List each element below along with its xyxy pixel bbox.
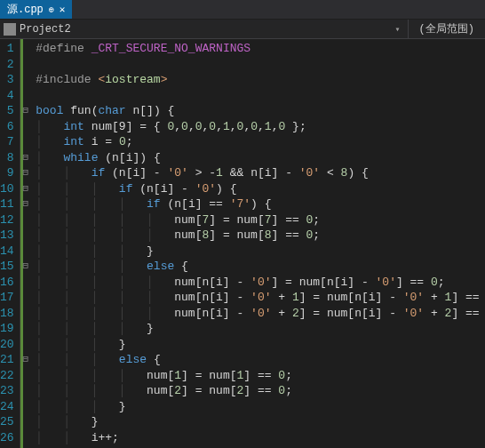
fold-margin-empty bbox=[23, 57, 29, 73]
code-area[interactable]: #define _CRT_SECURE_NO_WARNINGS#include … bbox=[28, 39, 485, 448]
fold-toggle-icon[interactable]: ⊟ bbox=[23, 181, 29, 197]
fold-margin-empty bbox=[23, 290, 29, 306]
fold-margin-empty bbox=[23, 212, 29, 228]
pin-icon[interactable]: ⊕ bbox=[49, 4, 54, 15]
code-line[interactable]: │ │ │ │ │ num[n[i] - '0' + 2] = num[n[i]… bbox=[36, 306, 485, 322]
fold-margin-empty bbox=[23, 275, 29, 291]
context-bar: Project2 ▾ (全局范围) bbox=[0, 20, 485, 39]
code-line[interactable]: │ │ │ │ else { bbox=[36, 259, 485, 275]
code-line[interactable]: │ │ i++; bbox=[36, 430, 485, 446]
line-number: 21 bbox=[0, 352, 14, 368]
code-line[interactable]: │ │ │ } bbox=[36, 399, 485, 415]
line-number: 19 bbox=[0, 321, 14, 337]
fold-toggle-icon[interactable]: ⊟ bbox=[23, 196, 29, 212]
line-number: 24 bbox=[0, 399, 14, 415]
code-line[interactable]: │ │ │ │ num[2] = num[2] == 0; bbox=[36, 383, 485, 399]
line-number: 10 bbox=[0, 181, 14, 197]
fold-margin-empty bbox=[23, 306, 29, 322]
line-number-gutter: 1234567891011121314151617181920212223242… bbox=[0, 39, 20, 448]
line-number: 16 bbox=[0, 275, 14, 291]
line-number: 18 bbox=[0, 306, 14, 322]
project-icon bbox=[4, 23, 16, 36]
code-editor[interactable]: 1234567891011121314151617181920212223242… bbox=[0, 39, 485, 448]
fold-toggle-icon[interactable]: ⊟ bbox=[23, 259, 29, 275]
code-line[interactable]: │ │ │ │ } bbox=[36, 244, 485, 260]
code-line[interactable] bbox=[36, 88, 485, 104]
fold-toggle-icon[interactable]: ⊟ bbox=[23, 103, 29, 119]
code-line[interactable]: │ │ │ } bbox=[36, 337, 485, 353]
line-number: 23 bbox=[0, 383, 14, 399]
code-line[interactable]: │ │ if (n[i] - '0' > -1 && n[i] - '0' < … bbox=[36, 165, 485, 181]
line-number: 14 bbox=[0, 244, 14, 260]
code-line[interactable]: │ │ │ │ │ num[8] = num[8] == 0; bbox=[36, 228, 485, 244]
line-number: 3 bbox=[0, 72, 14, 88]
code-line[interactable]: bool fun(char n[]) { bbox=[36, 103, 485, 119]
fold-margin-empty bbox=[23, 337, 29, 353]
code-line[interactable]: │ │ │ │ │ num[n[i] - '0'] = num[n[i] - '… bbox=[36, 275, 485, 291]
line-number: 8 bbox=[0, 150, 14, 166]
fold-margin-empty bbox=[23, 119, 29, 135]
line-number: 7 bbox=[0, 134, 14, 150]
line-number: 25 bbox=[0, 414, 14, 430]
code-line[interactable]: │ while (n[i]) { bbox=[36, 150, 485, 166]
close-icon[interactable]: ✕ bbox=[60, 4, 66, 15]
line-number: 9 bbox=[0, 165, 14, 181]
line-number: 1 bbox=[0, 41, 14, 57]
line-number: 2 bbox=[0, 57, 14, 73]
fold-margin-empty bbox=[23, 72, 29, 88]
fold-margin-empty bbox=[23, 228, 29, 244]
line-number: 11 bbox=[0, 196, 14, 212]
code-line[interactable]: │ │ │ if (n[i] - '0') { bbox=[36, 181, 485, 197]
fold-margin-empty bbox=[23, 430, 29, 446]
line-number: 22 bbox=[0, 368, 14, 384]
code-line[interactable]: │ │ │ │ } bbox=[36, 321, 485, 337]
line-number: 26 bbox=[0, 430, 14, 446]
line-number: 12 bbox=[0, 212, 14, 228]
fold-margin-empty bbox=[23, 383, 29, 399]
fold-margin-empty bbox=[23, 368, 29, 384]
fold-margin-empty bbox=[23, 399, 29, 415]
line-number: 5 bbox=[0, 103, 14, 119]
line-number: 13 bbox=[0, 228, 14, 244]
tab-bar: 源.cpp ⊕ ✕ bbox=[0, 0, 485, 20]
code-line[interactable]: │ │ │ │ num[1] = num[1] == 0; bbox=[36, 368, 485, 384]
line-number: 6 bbox=[0, 119, 14, 135]
fold-margin-empty bbox=[23, 41, 29, 57]
code-line[interactable]: #define _CRT_SECURE_NO_WARNINGS bbox=[36, 41, 485, 57]
code-line[interactable]: │ │ } bbox=[36, 414, 485, 430]
code-line[interactable]: │ │ │ │ │ num[7] = num[7] == 0; bbox=[36, 212, 485, 228]
code-line[interactable] bbox=[36, 57, 485, 73]
line-number: 15 bbox=[0, 259, 14, 275]
project-dropdown[interactable]: Project2 bbox=[20, 23, 71, 36]
fold-margin: ⊟⊟⊟⊟⊟⊟⊟ bbox=[20, 39, 29, 448]
scope-dropdown[interactable]: (全局范围) bbox=[409, 21, 485, 36]
fold-margin-empty bbox=[23, 88, 29, 104]
chevron-down-icon[interactable]: ▾ bbox=[388, 24, 408, 35]
fold-toggle-icon[interactable]: ⊟ bbox=[23, 165, 29, 181]
code-line[interactable]: #include <iostream> bbox=[36, 72, 485, 88]
fold-margin-empty bbox=[23, 414, 29, 430]
line-number: 4 bbox=[0, 88, 14, 104]
code-line[interactable]: │ │ │ │ │ num[n[i] - '0' + 1] = num[n[i]… bbox=[36, 290, 485, 306]
fold-toggle-icon[interactable]: ⊟ bbox=[23, 352, 29, 368]
code-line[interactable]: │ int i = 0; bbox=[36, 134, 485, 150]
code-line[interactable]: │ │ │ else { bbox=[36, 352, 485, 368]
code-line[interactable]: │ │ │ │ if (n[i] == '7') { bbox=[36, 196, 485, 212]
line-number: 17 bbox=[0, 290, 14, 306]
code-line[interactable]: │ int num[9] = { 0,0,0,0,1,0,0,1,0 }; bbox=[36, 119, 485, 135]
line-number: 20 bbox=[0, 337, 14, 353]
tab-label: 源.cpp bbox=[7, 2, 44, 17]
file-tab[interactable]: 源.cpp ⊕ ✕ bbox=[0, 0, 72, 19]
fold-margin-empty bbox=[23, 321, 29, 337]
fold-margin-empty bbox=[23, 244, 29, 260]
fold-toggle-icon[interactable]: ⊟ bbox=[23, 150, 29, 166]
fold-margin-empty bbox=[23, 134, 29, 150]
